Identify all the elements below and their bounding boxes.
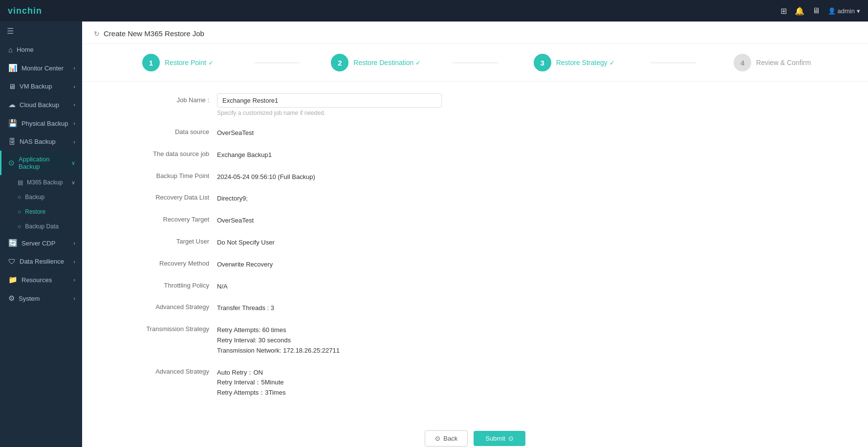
chevron-right-icon: › — [73, 139, 75, 145]
recovery-data-list-value: Directory9; — [217, 191, 839, 204]
advanced-strategy-label: Advanced Strategy — [111, 300, 209, 311]
bell-icon[interactable]: 🔔 — [795, 6, 804, 16]
chevron-right-icon: › — [73, 295, 75, 301]
transmission-strategy-value: Retry Attempts: 60 times Retry Interval:… — [217, 322, 839, 356]
step-1: 1 Restore Point ✓ — [102, 54, 254, 71]
backup-data-dot-icon: ○ — [18, 223, 21, 230]
advanced-strategy2-label: Advanced Strategy — [111, 365, 209, 375]
resources-icon: 📁 — [8, 275, 18, 284]
advanced-strategy2-row: Advanced Strategy Auto Retry：ON Retry In… — [111, 365, 839, 398]
chevron-right-icon: › — [73, 84, 75, 89]
transmission-line2: Retry Interval: 30 seconds — [217, 335, 839, 346]
back-button[interactable]: ⊙ Back — [425, 430, 468, 447]
submit-icon: ⊙ — [508, 435, 514, 442]
step-2-circle: 2 — [331, 54, 348, 71]
recovery-target-row: Recovery Target OverSeaTest — [111, 213, 839, 226]
data-resilience-icon: 🛡 — [8, 257, 16, 266]
main-content: ↻ Create New M365 Restore Job 1 Restore … — [82, 22, 868, 447]
step-2-check-icon: ✓ — [415, 59, 421, 67]
sidebar-item-m365-backup[interactable]: ▤ M365 Backup ∨ — [0, 175, 82, 190]
sidebar-item-physical-backup[interactable]: 💾 Physical Backup › — [0, 114, 82, 133]
step-3-label: Restore Strategy ✓ — [556, 59, 615, 67]
transmission-strategy-row: Transmission Strategy Retry Attempts: 60… — [111, 322, 839, 356]
stepper: 1 Restore Point ✓ 2 Restore Destination … — [82, 44, 868, 82]
chevron-right-icon: › — [73, 102, 75, 108]
backup-time-point-label: Backup Time Point — [111, 169, 209, 179]
recovery-method-value: Overwrite Recovery — [217, 257, 839, 270]
back-icon: ⊙ — [435, 435, 440, 442]
advanced-strategy2-value: Auto Retry：ON Retry Interval：5Minute Ret… — [217, 365, 839, 398]
restore-dot-icon: ○ — [18, 208, 21, 215]
home-icon: ⌂ — [8, 45, 13, 54]
submit-button[interactable]: Submit ⊙ — [474, 431, 525, 446]
cloud-backup-icon: ☁ — [8, 100, 16, 109]
chevron-right-icon: › — [73, 240, 75, 246]
step-2: 2 Restore Destination ✓ — [300, 54, 452, 71]
job-name-label: Job Name : — [111, 93, 209, 104]
step-3-circle: 3 — [534, 54, 551, 71]
sidebar-item-data-resilience[interactable]: 🛡 Data Resilience › — [0, 252, 82, 270]
job-name-row: Job Name : Specify a customized job name… — [111, 93, 839, 116]
job-name-field-wrapper: Specify a customized job name if needed. — [217, 93, 839, 116]
step-3-check-icon: ✓ — [609, 59, 615, 67]
sidebar-item-vm-backup[interactable]: 🖥 VM Backup › — [0, 77, 82, 95]
sidebar-item-application-backup[interactable]: ⊙ Application Backup ∨ — [0, 151, 82, 175]
step-4-circle: 4 — [734, 54, 751, 71]
sidebar-item-monitor-center[interactable]: 📊 Monitor Center › — [0, 59, 82, 77]
chevron-right-icon: › — [73, 277, 75, 283]
advanced2-line2: Retry Interval：5Minute — [217, 378, 839, 388]
sidebar-item-backup-data[interactable]: ○ Backup Data — [0, 219, 82, 234]
advanced2-line1: Auto Retry：ON — [217, 368, 839, 378]
step-3: 3 Restore Strategy ✓ — [498, 54, 651, 71]
recovery-data-list-row: Recovery Data List Directory9; — [111, 191, 839, 204]
user-menu[interactable]: 👤 admin ▾ — [828, 7, 860, 15]
hamburger-button[interactable]: ☰ — [0, 22, 82, 41]
monitor-center-icon: 📊 — [8, 64, 18, 72]
data-source-value: OverSeaTest — [217, 125, 839, 138]
vm-backup-icon: 🖥 — [8, 82, 16, 90]
throttling-policy-label: Throttling Policy — [111, 279, 209, 289]
backup-time-point-value: 2024-05-24 09:56:10 (Full Backup) — [217, 169, 839, 182]
data-source-job-row: The data source job Exchange Backup1 — [111, 147, 839, 160]
step-connector-1 — [254, 63, 300, 63]
topbar-icons: ⊞ 🔔 🖥 👤 admin ▾ — [781, 6, 860, 16]
recovery-method-label: Recovery Method — [111, 257, 209, 267]
job-name-hint: Specify a customized job name if needed. — [217, 110, 839, 116]
sidebar-item-resources[interactable]: 📁 Resources › — [0, 270, 82, 289]
target-user-label: Target User — [111, 235, 209, 245]
page-title: Create New M365 Restore Job — [104, 29, 204, 38]
chevron-right-icon: › — [73, 65, 75, 71]
sidebar-item-home[interactable]: ⌂ Home — [0, 41, 82, 59]
chevron-down-icon: ▾ — [857, 7, 860, 15]
application-backup-icon: ⊙ — [8, 158, 15, 167]
sidebar-item-restore[interactable]: ○ Restore — [0, 204, 82, 219]
logo: vinchin — [8, 6, 42, 16]
refresh-icon[interactable]: ↻ — [94, 30, 100, 38]
data-source-job-label: The data source job — [111, 147, 209, 157]
transmission-line1: Retry Attempts: 60 times — [217, 325, 839, 335]
m365-icon: ▤ — [18, 179, 23, 186]
monitor-icon[interactable]: 🖥 — [812, 6, 820, 15]
sidebar: ☰ ⌂ Home 📊 Monitor Center › 🖥 VM Backup … — [0, 22, 82, 447]
sidebar-item-cloud-backup[interactable]: ☁ Cloud Backup › — [0, 95, 82, 114]
physical-backup-icon: 💾 — [8, 119, 18, 128]
page-header: ↻ Create New M365 Restore Job — [82, 22, 868, 44]
target-user-row: Target User Do Not Specify User — [111, 235, 839, 248]
advanced-strategy-value: Transfer Threads : 3 — [217, 300, 839, 313]
recovery-data-list-label: Recovery Data List — [111, 191, 209, 201]
action-bar: ⊙ Back Submit ⊙ — [82, 419, 868, 447]
sidebar-item-system[interactable]: ⚙ System › — [0, 289, 82, 308]
job-name-input[interactable] — [217, 93, 442, 108]
sidebar-item-backup[interactable]: ○ Backup — [0, 190, 82, 204]
target-user-value: Do Not Specify User — [217, 235, 839, 248]
sidebar-item-server-cdp[interactable]: 🔄 Server CDP › — [0, 234, 82, 252]
nas-backup-icon: 🗄 — [8, 137, 16, 146]
sidebar-item-nas-backup[interactable]: 🗄 NAS Backup › — [0, 133, 82, 151]
advanced-strategy-row: Advanced Strategy Transfer Threads : 3 — [111, 300, 839, 313]
step-1-check-icon: ✓ — [208, 59, 214, 67]
data-source-row: Data source OverSeaTest — [111, 125, 839, 138]
data-source-job-value: Exchange Backup1 — [217, 147, 839, 160]
grid-icon[interactable]: ⊞ — [781, 6, 787, 16]
transmission-line3: Transmission Network: 172.18.26.25:22711 — [217, 346, 839, 356]
data-source-label: Data source — [111, 125, 209, 135]
